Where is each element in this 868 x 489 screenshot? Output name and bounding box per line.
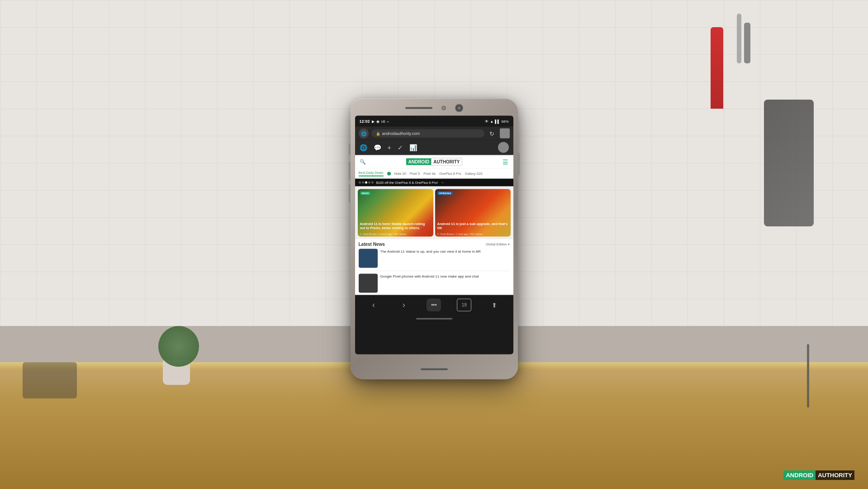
dot-2: [362, 182, 364, 184]
url-bar[interactable]: 🌐 🔒 androidauthority.com ↻: [355, 127, 513, 140]
url-text: androidauthority.com: [382, 131, 420, 136]
promo-dots: [359, 182, 374, 184]
eye-icon: 👁: [485, 119, 489, 123]
power-button: [518, 153, 520, 176]
opinions-shares: 552 shares: [470, 233, 483, 235]
browser-toolbar: 🌐 💬 + ✓ 📊: [355, 140, 513, 155]
news-time-val: 2 hours ago: [379, 233, 392, 235]
status-left: 12:02 ▶ ◉ UE •: [360, 119, 389, 124]
global-edition-btn[interactable]: Global Edition ▾: [486, 242, 510, 246]
rear-camera: [455, 104, 463, 112]
nav-galaxys20[interactable]: Galaxy S20: [465, 172, 483, 176]
browser-nav-bottom: ‹ › ••• 19 ⬆: [355, 295, 513, 314]
status-time: 12:02: [360, 119, 370, 124]
dot-3: [368, 182, 370, 184]
hanging-tools-2: [744, 23, 750, 63]
hero-cards-section: NEWS Android 11 is here! Stable launch r…: [355, 187, 513, 240]
user-avatar-toolbar[interactable]: [498, 142, 509, 153]
dark-appliance: [764, 100, 814, 226]
news-author: C. Scott Brown: [360, 233, 377, 235]
profile-icon: 🌐: [361, 131, 366, 136]
news-badge: NEWS: [360, 192, 371, 195]
more-button[interactable]: •••: [427, 298, 441, 311]
red-utensil: [711, 27, 723, 109]
back-button[interactable]: ‹: [366, 297, 381, 312]
url-input[interactable]: 🔒 androidauthority.com: [371, 129, 484, 138]
status-bar: 12:02 ▶ ◉ UE • 👁 ▲ ▌▌ 66%: [355, 116, 513, 127]
latest-news-section: Latest News Global Edition ▾ The Android…: [355, 240, 513, 295]
nav-pixel4a[interactable]: Pixel 4a: [423, 172, 436, 176]
latest-news-header: Latest News Global Edition ▾: [359, 242, 510, 247]
watermark-authority: AUTHORITY: [816, 470, 854, 480]
site-search-icon[interactable]: 🔍: [360, 159, 366, 165]
dot-1: [359, 182, 361, 184]
hero-card-opinions[interactable]: OPINIONS Android 11 is just a sub upgrad…: [435, 189, 511, 237]
chart-toolbar-icon[interactable]: 📊: [409, 144, 417, 151]
hero-card-news[interactable]: NEWS Android 11 is here! Stable launch r…: [358, 189, 433, 237]
home-bar: [416, 318, 452, 319]
status-right: 👁 ▲ ▌▌ 66%: [485, 119, 508, 123]
phone-body: 12:02 ▶ ◉ UE • 👁 ▲ ▌▌ 66% 🌐: [351, 99, 518, 379]
nav-note20[interactable]: Note 20: [394, 172, 406, 176]
news-item-text-2: Google Pixel phones with Android 11 now …: [380, 274, 510, 293]
nav-pixel5[interactable]: Pixel 5: [410, 172, 420, 176]
tool-1: [737, 14, 741, 63]
plant-area: [158, 335, 199, 385]
watermark: ANDROID AUTHORITY: [783, 470, 854, 480]
global-edition-text: Global Edition: [486, 242, 507, 246]
site-header: 🔍 ANDROID AUTHORITY ☰: [355, 155, 513, 169]
latest-news-title: Latest News: [359, 242, 385, 247]
battery-level: 66%: [501, 119, 508, 123]
website-content: 🔍 ANDROID AUTHORITY ☰ Best Daily Deals N…: [355, 155, 513, 295]
site-menu-icon[interactable]: ☰: [503, 158, 508, 165]
profile-photo[interactable]: [500, 129, 510, 139]
bottom-speaker: [421, 369, 448, 370]
site-logo: ANDROID AUTHORITY: [406, 158, 462, 166]
phone-screen: 12:02 ▶ ◉ UE • 👁 ▲ ▌▌ 66% 🌐: [355, 116, 513, 355]
chevron-down-icon: ▾: [508, 242, 510, 246]
dot-active: [365, 182, 367, 184]
news-thumb-1: [359, 249, 378, 268]
nav-oneplus[interactable]: OnePlus 8 Pro: [439, 172, 461, 176]
home-indicator: [355, 314, 513, 323]
news-shares: 482 shares: [394, 233, 406, 235]
ue-label: UE: [381, 120, 386, 123]
left-item: [23, 362, 77, 398]
forward-button[interactable]: ›: [397, 297, 411, 312]
tool-2: [744, 23, 750, 63]
news-card-meta: C. Scott Brown • 2 hours ago • 482 share…: [360, 233, 431, 235]
opinions-author: C. Scott Brown: [437, 233, 454, 235]
share-button[interactable]: ⬆: [487, 297, 502, 312]
dot-4: [371, 182, 374, 184]
opinions-time: 1 hour ago: [456, 233, 468, 235]
profile-avatar[interactable]: 🌐: [359, 129, 369, 139]
hanging-tools: [737, 14, 741, 63]
news-card-title: Android 11 is here! Stable launch rollin…: [360, 221, 431, 230]
watermark-android: ANDROID: [783, 470, 816, 480]
plant-leaves: [158, 326, 199, 367]
lock-icon: 🔒: [376, 131, 380, 135]
comment-toolbar-icon[interactable]: 💬: [374, 144, 381, 151]
promo-banner[interactable]: $100 off the OnePlus 8 & OnePlus 8 Pro! …: [355, 179, 513, 187]
cable: [807, 344, 809, 408]
chrome-icon: ◉: [376, 119, 379, 123]
volume-up-button: [349, 162, 351, 180]
opinions-badge: OPINIONS: [437, 192, 453, 195]
nav-badge: [387, 172, 391, 175]
promo-text: $100 off the OnePlus 8 & OnePlus 8 Pro!: [376, 181, 438, 185]
news-item-1[interactable]: The Android 11 statue is up, and you can…: [359, 249, 510, 271]
nav-deals[interactable]: Best Daily Deals: [359, 171, 384, 177]
tabs-button[interactable]: 19: [457, 298, 471, 311]
logo-android-part: ANDROID: [406, 158, 431, 165]
refresh-button[interactable]: ↻: [487, 129, 497, 139]
promo-arrow: →: [441, 181, 444, 185]
wifi-icon: ▲: [490, 119, 493, 123]
add-toolbar-icon[interactable]: +: [388, 144, 391, 151]
volume-down-button: [349, 185, 351, 203]
news-item-2[interactable]: Google Pixel phones with Android 11 now …: [359, 274, 510, 293]
phone-device: 12:02 ▶ ◉ UE • 👁 ▲ ▌▌ 66% 🌐: [351, 99, 518, 379]
globe-toolbar-icon[interactable]: 🌐: [360, 144, 367, 151]
opinions-card-meta: C. Scott Brown • 1 hour ago • 552 shares: [437, 233, 508, 235]
phone-camera-area: [405, 104, 463, 112]
check-toolbar-icon[interactable]: ✓: [398, 144, 403, 151]
